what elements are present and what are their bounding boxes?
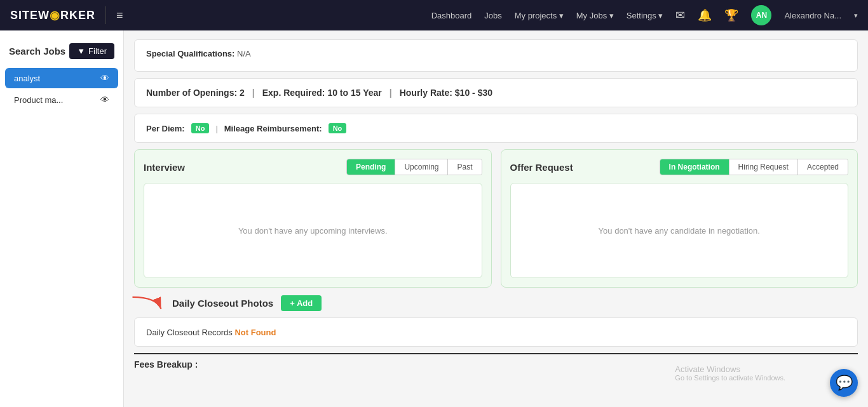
nav-jobs[interactable]: Jobs (484, 11, 501, 20)
nav-myjobs[interactable]: My Jobs ▾ (576, 11, 614, 20)
sidebar-title: Search Jobs (9, 46, 65, 57)
logo: SITEW◉RKER (10, 8, 95, 22)
tab-pending[interactable]: Pending (347, 159, 395, 175)
tab-hiring-request[interactable]: Hiring Request (729, 159, 798, 175)
sidebar-header: Search Jobs ▼ Filter (0, 38, 123, 67)
not-found-prefix: Daily Closeout Records (146, 328, 233, 337)
filter-icon: ▼ (77, 46, 85, 56)
logo-dot: ◉ (50, 9, 60, 22)
closeout-not-found: Daily Closeout Records Not Found (146, 328, 276, 337)
openings-label: Number of Openings: 2 (146, 88, 245, 98)
daily-closeout-title: Daily Closeout Photos (172, 298, 273, 309)
fees-breakup-row: Fees Breakup : (134, 354, 858, 372)
eye-icon-productma[interactable]: 👁 (100, 95, 109, 105)
per-diem-label: Per Diem: (146, 124, 185, 133)
arrow-indicator (128, 293, 166, 316)
panels-row: Interview Pending Upcoming Past You don'… (134, 149, 858, 288)
filter-label: Filter (88, 46, 107, 56)
interview-tab-group: Pending Upcoming Past (346, 159, 482, 175)
sidebar-item-analyst[interactable]: analyst 👁 (5, 68, 118, 88)
not-found-suffix: Not Found (234, 328, 276, 337)
filter-button[interactable]: ▼ Filter (69, 43, 114, 59)
pipe-2: | (390, 88, 392, 98)
nav-right: Dashboard Jobs My projects ▾ My Jobs ▾ S… (431, 5, 858, 25)
bell-icon[interactable]: 🔔 (698, 8, 712, 22)
trophy-icon[interactable]: 🏆 (724, 8, 738, 22)
per-diem-content: Per Diem: No | Mileage Reimbursement: No (146, 123, 846, 133)
tab-in-negotiation[interactable]: In Negotiation (660, 159, 729, 175)
sidebar-item-label-productma: Product ma... (14, 95, 63, 105)
offer-panel-header: Offer Request In Negotiation Hiring Requ… (510, 159, 849, 175)
tab-past[interactable]: Past (448, 159, 481, 175)
interview-panel-header: Interview Pending Upcoming Past (144, 159, 482, 175)
sidebar: Search Jobs ▼ Filter analyst 👁 Product m… (0, 30, 124, 407)
tab-upcoming[interactable]: Upcoming (395, 159, 448, 175)
rate-label: Hourly Rate: $10 - $30 (400, 88, 492, 98)
mail-icon[interactable]: ✉ (675, 8, 685, 22)
job-info-row: Number of Openings: 2 | Exp. Required: 1… (134, 78, 858, 107)
nav-myprojects[interactable]: My projects ▾ (515, 11, 564, 20)
per-diem-badge: No (191, 123, 210, 133)
mileage-badge: No (329, 123, 347, 133)
avatar[interactable]: AN (751, 5, 771, 25)
nav-settings[interactable]: Settings ▾ (627, 11, 663, 20)
chat-button[interactable]: 💬 (830, 369, 858, 397)
sidebar-item-label-analyst: analyst (14, 74, 40, 83)
nav-dashboard[interactable]: Dashboard (431, 11, 472, 20)
exp-value: 10 to 15 Year (327, 88, 381, 98)
eye-icon-analyst[interactable]: 👁 (100, 73, 109, 83)
special-qualifications-row: Special Qualifications: N/A (134, 39, 858, 72)
exp-label: Exp. Required: 10 to 15 Year (262, 88, 382, 98)
special-qual-value: N/A (237, 49, 251, 58)
chat-icon: 💬 (836, 375, 853, 391)
sidebar-item-productma[interactable]: Product ma... 👁 (5, 90, 118, 110)
rate-value: $10 - $30 (455, 88, 492, 98)
add-closeout-button[interactable]: + Add (281, 295, 322, 311)
fees-label: Fees Breakup : (134, 359, 198, 370)
hamburger-icon[interactable]: ≡ (116, 9, 123, 22)
user-dropdown-icon[interactable]: ▾ (854, 11, 858, 20)
logo-text: SITEW◉RKER (10, 8, 95, 22)
offer-panel: Offer Request In Negotiation Hiring Requ… (501, 149, 858, 288)
special-qual-label: Special Qualifications: (146, 49, 234, 58)
nav-divider (105, 6, 106, 24)
layout: Search Jobs ▼ Filter analyst 👁 Product m… (0, 30, 868, 407)
navbar: SITEW◉RKER ≡ Dashboard Jobs My projects … (0, 0, 868, 30)
openings-value: 2 (240, 88, 245, 98)
interview-panel-content: You don't have any upcoming interviews. (144, 183, 482, 278)
job-highlight: Number of Openings: 2 | Exp. Required: 1… (146, 88, 846, 98)
user-name[interactable]: Alexandro Na... (784, 11, 841, 20)
closeout-card: Daily Closeout Records Not Found (134, 317, 858, 347)
pipe-1: | (252, 88, 255, 98)
interview-panel-title: Interview (144, 162, 185, 173)
offer-panel-title: Offer Request (510, 162, 573, 173)
daily-closeout-header: Daily Closeout Photos + Add (134, 295, 858, 311)
offer-tab-group: In Negotiation Hiring Request Accepted (660, 159, 848, 175)
interview-panel: Interview Pending Upcoming Past You don'… (134, 149, 492, 288)
main-content: Special Qualifications: N/A Number of Op… (124, 30, 868, 407)
tab-accepted[interactable]: Accepted (798, 159, 848, 175)
per-diem-row: Per Diem: No | Mileage Reimbursement: No (134, 114, 858, 143)
offer-empty-message: You don't have any candidate in negotiat… (586, 213, 773, 248)
mileage-label: Mileage Reimbursement: (224, 124, 322, 133)
interview-empty-message: You don't have any upcoming interviews. (226, 213, 400, 248)
per-diem-pipe: | (215, 124, 217, 133)
offer-panel-content: You don't have any candidate in negotiat… (510, 183, 849, 278)
